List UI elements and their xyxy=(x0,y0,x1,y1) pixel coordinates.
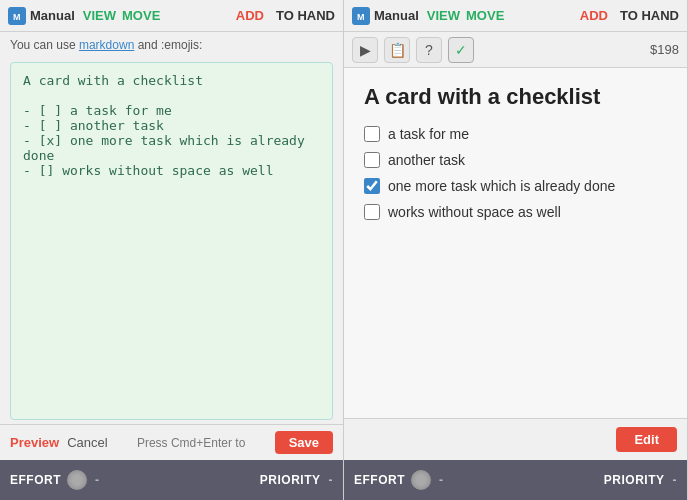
right-topbar: M Manual VIEW MOVE ADD TO HAND xyxy=(344,0,687,32)
checklist-item-1: another task xyxy=(364,152,667,168)
help-icon-button[interactable]: ? xyxy=(416,37,442,63)
left-view-link[interactable]: VIEW xyxy=(83,8,116,23)
checklist-checkbox-1[interactable] xyxy=(364,152,380,168)
preview-card-title: A card with a checklist xyxy=(364,84,667,110)
checklist-label-3: works without space as well xyxy=(388,204,561,220)
hint-prefix: You can use xyxy=(10,38,79,52)
right-priority: PRIORITY - xyxy=(604,473,677,487)
checklist-checkbox-2[interactable] xyxy=(364,178,380,194)
right-effort: EFFORT - xyxy=(354,470,444,490)
save-button[interactable]: Save xyxy=(275,431,333,454)
checklist-label-2: one more task which is already done xyxy=(388,178,615,194)
checklist-checkbox-0[interactable] xyxy=(364,126,380,142)
left-priority-dash: - xyxy=(329,473,334,487)
checklist-checkbox-3[interactable] xyxy=(364,204,380,220)
preview-button[interactable]: Preview xyxy=(10,435,59,450)
left-bottombar: EFFORT - PRIORITY - xyxy=(0,460,343,500)
editor-panel: M Manual VIEW MOVE ADD TO HAND You can u… xyxy=(0,0,344,500)
edit-button[interactable]: Edit xyxy=(616,427,677,452)
checklist-item-3: works without space as well xyxy=(364,204,667,220)
right-priority-label: PRIORITY xyxy=(604,473,665,487)
right-move-link[interactable]: MOVE xyxy=(466,8,504,23)
check-icon-button[interactable]: ✓ xyxy=(448,37,474,63)
editor-footer: Preview Cancel Press Cmd+Enter to Save xyxy=(0,424,343,460)
left-move-link[interactable]: MOVE xyxy=(122,8,160,23)
right-app-title: Manual xyxy=(374,8,419,23)
svg-text:M: M xyxy=(357,12,365,22)
left-topbar: M Manual VIEW MOVE ADD TO HAND xyxy=(0,0,343,32)
left-add-label: ADD xyxy=(236,8,264,23)
checklist-label-0: a task for me xyxy=(388,126,469,142)
editor-textarea[interactable]: A card with a checklist - [ ] a task for… xyxy=(10,62,333,420)
left-app-title: Manual xyxy=(30,8,75,23)
price-tag: $198 xyxy=(650,42,679,57)
left-priority: PRIORITY - xyxy=(260,473,333,487)
right-view-link[interactable]: VIEW xyxy=(427,8,460,23)
checklist-item-2: one more task which is already done xyxy=(364,178,667,194)
checklist-item-0: a task for me xyxy=(364,126,667,142)
preview-panel: M Manual VIEW MOVE ADD TO HAND ▶ 📋 ? ✓ $… xyxy=(344,0,688,500)
left-effort-dash: - xyxy=(95,473,100,487)
right-effort-dash: - xyxy=(439,473,444,487)
preview-toolbar: ▶ 📋 ? ✓ $198 xyxy=(344,32,687,68)
left-effort-globe-icon[interactable] xyxy=(67,470,87,490)
preview-content: A card with a checklist a task for me an… xyxy=(344,68,687,418)
svg-text:M: M xyxy=(13,12,21,22)
hint-suffix: and :emojis: xyxy=(134,38,202,52)
preview-footer: Edit xyxy=(344,418,687,460)
left-priority-label: PRIORITY xyxy=(260,473,321,487)
right-priority-dash: - xyxy=(673,473,678,487)
right-tohand-label[interactable]: TO HAND xyxy=(620,8,679,23)
notes-icon-button[interactable]: 📋 xyxy=(384,37,410,63)
checklist-label-1: another task xyxy=(388,152,465,168)
right-effort-label: EFFORT xyxy=(354,473,405,487)
left-effort: EFFORT - xyxy=(10,470,100,490)
editor-hint: You can use markdown and :emojis: xyxy=(0,32,343,58)
markdown-link[interactable]: markdown xyxy=(79,38,134,52)
play-icon-button[interactable]: ▶ xyxy=(352,37,378,63)
right-effort-globe-icon[interactable] xyxy=(411,470,431,490)
right-add-label: ADD xyxy=(580,8,608,23)
cancel-button[interactable]: Cancel xyxy=(67,435,107,450)
right-logo: M xyxy=(352,7,370,25)
save-hint: Press Cmd+Enter to xyxy=(116,436,267,450)
left-logo: M xyxy=(8,7,26,25)
right-bottombar: EFFORT - PRIORITY - xyxy=(344,460,687,500)
left-tohand-label[interactable]: TO HAND xyxy=(276,8,335,23)
left-effort-label: EFFORT xyxy=(10,473,61,487)
